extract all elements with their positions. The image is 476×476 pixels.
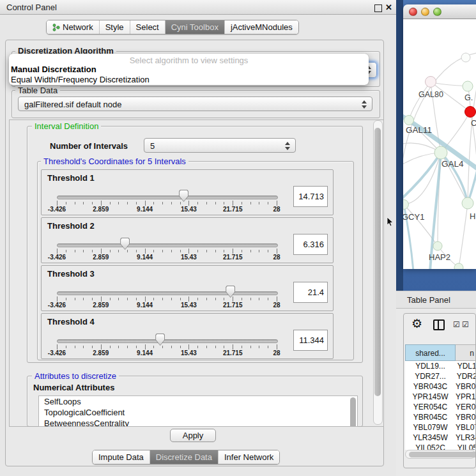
label-g-partial: G. xyxy=(464,93,473,102)
node-h-partial[interactable] xyxy=(462,197,473,209)
tab-impute-data[interactable]: Impute Data xyxy=(93,450,150,464)
tab-cyni-toolbox[interactable]: Cyni Toolbox xyxy=(165,20,225,34)
label-c-partial: C xyxy=(471,119,476,128)
table-row[interactable]: YDR27...YDR27... xyxy=(405,371,476,381)
threshold-value-field[interactable]: 21.4 xyxy=(293,282,328,303)
table-row[interactable]: YBL079WYBL079W xyxy=(405,422,476,433)
table-data-combo[interactable]: galFiltered.sif default node xyxy=(18,96,372,111)
table-data-title: Table Data xyxy=(15,86,60,95)
attribute-list-item[interactable]: SelfLoops xyxy=(39,396,357,407)
stepper-arrows-icon xyxy=(362,100,367,109)
node-bottom[interactable] xyxy=(454,263,463,269)
cell-shared-name[interactable]: YBR043C xyxy=(405,381,456,392)
screen: Control Panel ✕ Network Style Select Cyn… xyxy=(0,0,476,476)
cell-name[interactable]: YBL079W xyxy=(456,422,476,433)
cell-shared-name[interactable]: YBL079W xyxy=(405,422,456,433)
cell-shared-name[interactable]: YLR345W xyxy=(405,433,456,443)
network-icon xyxy=(52,24,60,31)
node-unlabeled[interactable] xyxy=(461,53,470,62)
tab-select[interactable]: Select xyxy=(130,20,165,34)
slider-tick-labels: -3.4262.8599.14415.4321.71528 xyxy=(57,206,277,213)
table-row[interactable]: YLR345WYLR345W xyxy=(405,433,476,443)
horizontal-scrollbar-thumb[interactable] xyxy=(409,452,476,457)
node-gcy1[interactable] xyxy=(403,200,409,210)
vertical-scrollbar-thumb[interactable] xyxy=(374,128,381,396)
tab-label: Network xyxy=(63,22,93,32)
tab-jactivemnodules[interactable]: jActiveMNodules xyxy=(225,20,298,34)
attribute-list-item[interactable]: BetweennessCentrality xyxy=(39,418,357,427)
table-panel-title: Table Panel xyxy=(407,295,450,305)
window-title: Control Panel xyxy=(6,3,57,12)
cell-shared-name[interactable]: YDL19... xyxy=(405,361,456,371)
table-rows: YDL19...YDL19...YDR27...YDR27...YBR043CY… xyxy=(405,361,476,450)
cell-name[interactable]: YER054C xyxy=(456,402,476,412)
cell-name[interactable]: YLR345W xyxy=(456,433,476,443)
cell-name[interactable]: YDL19... xyxy=(456,361,476,371)
column-split-icon[interactable] xyxy=(433,319,445,330)
close-traffic-light[interactable] xyxy=(409,8,417,16)
minimize-traffic-light[interactable] xyxy=(421,8,429,16)
apply-button[interactable]: Apply xyxy=(170,429,216,442)
cell-name[interactable]: YDR27... xyxy=(456,371,476,381)
label-gcy1: GCY1 xyxy=(403,212,424,222)
list-scrollbar-thumb[interactable] xyxy=(350,397,356,427)
tab-network[interactable]: Network xyxy=(47,20,100,34)
cell-shared-name[interactable]: YIL052C xyxy=(405,443,456,450)
threshold-slider-track[interactable] xyxy=(57,196,278,199)
tab-label: Cyni Toolbox xyxy=(171,22,219,32)
node-selected-red[interactable] xyxy=(465,107,476,118)
tab-label: Impute Data xyxy=(98,452,144,462)
threshold-slider-track[interactable] xyxy=(57,243,278,247)
network-graph: GAL80 G. C GAL11 GAL4 GCY1 H HAP2 xyxy=(403,19,476,269)
column-header-name[interactable]: n xyxy=(456,344,476,361)
cell-shared-name[interactable]: YPR145W xyxy=(405,392,456,402)
desktop-edge-strip xyxy=(396,0,403,291)
tab-discretize-data[interactable]: Discretize Data xyxy=(150,450,219,464)
stepper-arrows-icon xyxy=(285,141,291,150)
cell-name[interactable]: YPR145W xyxy=(456,392,476,402)
attribute-list-item[interactable]: TopologicalCoefficient xyxy=(39,407,357,418)
network-view-window: GAL80 G. C GAL11 GAL4 GCY1 H HAP2 xyxy=(403,4,476,269)
threshold-value-field[interactable]: 11.344 xyxy=(293,330,328,351)
table-row[interactable]: YBR043CYBR043C xyxy=(405,381,476,392)
tab-infer-network[interactable]: Infer Network xyxy=(219,450,279,464)
numerical-attributes-list[interactable]: SelfLoopsTopologicalCoefficientBetweenne… xyxy=(38,395,358,427)
float-window-icon[interactable] xyxy=(374,4,382,12)
table-data-combo-value: galFiltered.sif default node xyxy=(24,100,121,109)
node-g-partial[interactable] xyxy=(463,81,473,91)
node-gal80[interactable] xyxy=(426,77,436,88)
threshold-slider-track[interactable] xyxy=(57,291,278,295)
cell-name[interactable]: YBR045C xyxy=(456,412,476,422)
threshold-slider-track[interactable] xyxy=(57,339,278,343)
dropdown-item-manual-discretization[interactable]: Manual Discretization xyxy=(11,65,96,74)
interval-definition-title: Interval Definition xyxy=(32,121,101,131)
slider-tick-labels: -3.4262.8599.14415.4321.71528 xyxy=(57,349,277,357)
checkbox-icon[interactable]: ☑ xyxy=(453,320,460,329)
horizontal-scrollbar-track[interactable] xyxy=(405,450,475,459)
cell-shared-name[interactable]: YER054C xyxy=(405,402,456,412)
node-gal4[interactable] xyxy=(434,146,447,159)
node-hap2[interactable] xyxy=(433,242,442,250)
table-row[interactable]: YER054CYER054C xyxy=(405,402,476,412)
cell-name[interactable]: YBR043C xyxy=(456,381,476,392)
cell-name[interactable]: YIL052C xyxy=(456,443,476,450)
table-row[interactable]: YBR045CYBR045C xyxy=(405,412,476,422)
dropdown-item-equal-width-frequency[interactable]: Equal Width/Frequency Discretization xyxy=(11,75,150,84)
zoom-traffic-light[interactable] xyxy=(433,8,441,16)
threshold-value-field[interactable]: 6.316 xyxy=(293,234,328,255)
checkbox-icon[interactable]: ☑ xyxy=(462,320,469,329)
number-of-intervals-combo[interactable]: 5 xyxy=(144,138,296,153)
node-gal11[interactable] xyxy=(404,116,414,125)
tab-style[interactable]: Style xyxy=(100,20,130,34)
threshold-value-field[interactable]: 14.713 xyxy=(293,186,328,207)
table-row[interactable]: YDL19...YDL19... xyxy=(405,361,476,371)
cell-shared-name[interactable]: YDR27... xyxy=(405,371,456,381)
label-gal11: GAL11 xyxy=(406,125,432,135)
gear-icon[interactable]: ⚙ xyxy=(411,316,422,331)
close-icon[interactable]: ✕ xyxy=(385,3,392,12)
cell-shared-name[interactable]: YBR045C xyxy=(405,412,456,422)
column-header-shared-name[interactable]: shared... xyxy=(405,344,456,361)
network-canvas[interactable]: GAL80 G. C GAL11 GAL4 GCY1 H HAP2 xyxy=(403,19,476,269)
table-row[interactable]: YPR145WYPR145W xyxy=(405,392,476,402)
table-row[interactable]: YIL052CYIL052C xyxy=(405,443,476,450)
